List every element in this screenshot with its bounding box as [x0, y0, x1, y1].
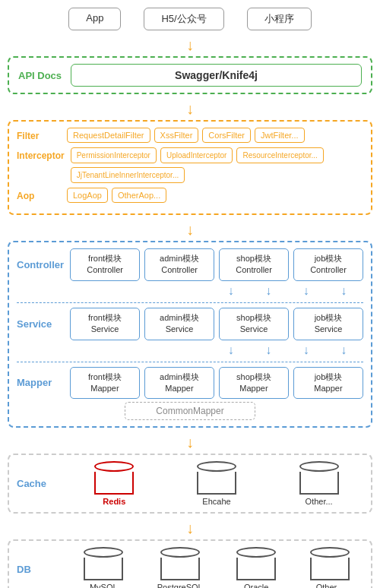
controller-row: Controller front模块Controller admin模块Cont…	[17, 248, 363, 281]
controller-label: Controller	[17, 259, 64, 270]
swagger-label: API Docs	[18, 70, 62, 81]
common-mapper-row: CommonMapper	[17, 402, 363, 420]
mapper-box-0: front模块Mapper	[70, 367, 140, 400]
swagger-section: API Docs Swagger/Knife4j	[8, 56, 372, 94]
service-label: Service	[17, 318, 64, 330]
db-items: MySQL PostgreSQL Oracle Other...	[70, 547, 363, 588]
db-oracle-label: Oracle	[244, 583, 268, 588]
mapper-boxes: front模块Mapper admin模块Mapper shop模块Mapper…	[70, 367, 363, 400]
db-other: Other...	[310, 547, 350, 588]
arrow-ctrl-svc-2: ↓	[290, 284, 323, 298]
divider-ctrl-svc	[17, 302, 363, 303]
aop-label: Aop	[17, 188, 61, 201]
filter-tag-2: CorsFilter	[202, 128, 251, 143]
cache-redis: Redis	[94, 461, 134, 506]
service-row: Service front模块Service admin模块Service sh…	[17, 308, 363, 340]
interceptor-tag-2: ResourceInterceptor...	[236, 147, 323, 163]
cache-row: Cache Redis Ehcahe Other...	[17, 461, 363, 506]
controller-boxes: front模块Controller admin模块Controller shop…	[70, 248, 363, 281]
arrow-ctrl-svc-3: ↓	[328, 284, 361, 298]
db-label: DB	[17, 564, 64, 575]
cache-section: Cache Redis Ehcahe Other...	[8, 454, 372, 514]
common-mapper-box: CommonMapper	[125, 402, 255, 420]
arrow-svc-mpr-0: ↓	[214, 343, 248, 357]
arrow-cache-to-db: ↓	[8, 520, 372, 537]
cache-label: Cache	[17, 478, 64, 489]
service-box-3: job模块Service	[293, 308, 363, 340]
filter-tag-1: XssFilter	[154, 128, 199, 143]
cache-ehcahe: Ehcahe	[197, 461, 236, 506]
db-section: DB MySQL PostgreSQL Oracle Other...	[8, 539, 372, 588]
interceptor-row: Interceptor PermissionInterceptor Upload…	[17, 147, 363, 183]
filter-row: Filter RequestDetailFilter XssFilter Cor…	[17, 128, 363, 143]
interceptor-tag-1: UploadInterceptor	[160, 147, 233, 163]
mapper-box-1: admin模块Mapper	[144, 367, 214, 400]
arrow-filter-to-mvc: ↓	[8, 221, 372, 239]
controller-box-0: front模块Controller	[70, 248, 140, 281]
cache-other-label: Other...	[306, 497, 333, 506]
db-oracle: Oracle	[236, 547, 276, 588]
service-box-0: front模块Service	[70, 308, 140, 340]
arrow-svc-mpr-1: ↓	[252, 343, 286, 357]
clients-row: App H5/公众号 小程序	[8, 8, 372, 30]
mvc-section: Controller front模块Controller admin模块Cont…	[8, 241, 372, 428]
cache-redis-label: Redis	[103, 497, 125, 506]
db-mysql: MySQL	[84, 547, 123, 588]
arrow-svc-mpr-3: ↓	[328, 343, 361, 357]
client-miniprogram: 小程序	[247, 8, 312, 30]
interceptor-label: Interceptor	[17, 147, 65, 161]
aop-tag-1: OtherAop...	[112, 188, 166, 203]
interceptor-tag-3: JjTenantLineInnerInterceptor...	[71, 167, 185, 183]
arrow-ctrl-svc-1: ↓	[252, 284, 286, 298]
aop-row: Aop LogAop OtherAop...	[17, 188, 363, 203]
db-postgresql-label: PostgreSQL	[157, 583, 203, 588]
mapper-row: Mapper front模块Mapper admin模块Mapper shop模…	[17, 367, 363, 400]
aop-tags: LogAop OtherAop...	[67, 188, 363, 203]
cache-items: Redis Ehcahe Other...	[70, 461, 363, 506]
arrow-svc-mpr-2: ↓	[290, 343, 323, 357]
service-box-1: admin模块Service	[144, 308, 214, 340]
arrow-mvc-to-cache: ↓	[8, 434, 372, 451]
cache-other: Other...	[299, 461, 339, 506]
filter-tags: RequestDetailFilter XssFilter CorsFilter…	[67, 128, 363, 143]
filter-tag-0: RequestDetailFilter	[67, 128, 150, 143]
db-postgresql: PostgreSQL	[157, 547, 203, 588]
filter-tag-3: JwtFilter...	[255, 128, 305, 143]
db-mysql-label: MySQL	[90, 583, 118, 588]
cache-ehcahe-label: Ehcahe	[202, 497, 230, 506]
client-app: App	[68, 8, 121, 30]
mapper-label: Mapper	[17, 377, 64, 388]
aop-tag-0: LogAop	[67, 188, 108, 203]
service-boxes: front模块Service admin模块Service shop模块Serv…	[70, 308, 363, 340]
filter-label: Filter	[17, 128, 61, 141]
arrow-swagger-to-filter: ↓	[8, 100, 372, 118]
swagger-box: Swagger/Knife4j	[71, 64, 362, 87]
controller-box-3: job模块Controller	[293, 248, 363, 281]
service-box-2: shop模块Service	[219, 308, 289, 340]
divider-svc-mpr	[17, 362, 363, 362]
client-h5: H5/公众号	[144, 8, 223, 30]
arrow-ctrl-svc-0: ↓	[214, 284, 248, 298]
db-row: DB MySQL PostgreSQL Oracle Other...	[17, 547, 363, 588]
interceptor-tags: PermissionInterceptor UploadInterceptor …	[71, 147, 363, 183]
db-other-label: Other...	[316, 583, 344, 588]
interceptor-tag-0: PermissionInterceptor	[71, 147, 157, 163]
arrow-clients-to-swagger: ↓	[8, 36, 372, 54]
mapper-box-3: job模块Mapper	[293, 367, 363, 400]
controller-box-1: admin模块Controller	[144, 248, 214, 281]
mapper-box-2: shop模块Mapper	[219, 367, 289, 400]
filter-section: Filter RequestDetailFilter XssFilter Cor…	[8, 120, 372, 215]
controller-box-2: shop模块Controller	[219, 248, 289, 281]
